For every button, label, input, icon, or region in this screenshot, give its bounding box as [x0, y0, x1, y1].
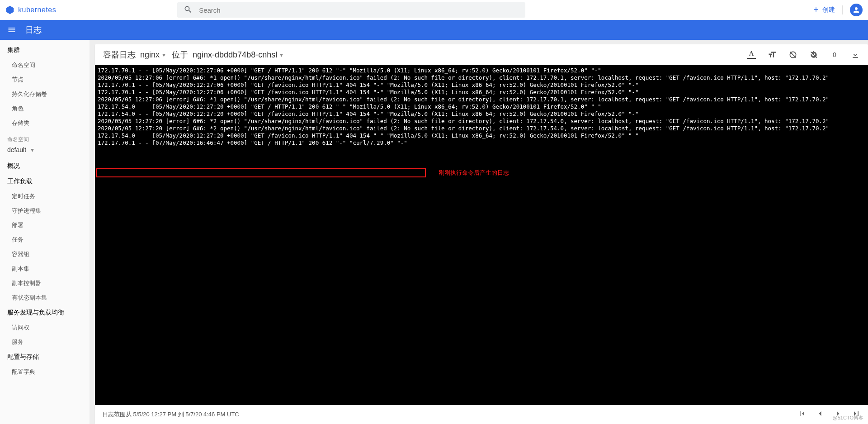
hamburger-menu-icon[interactable] — [7, 25, 16, 34]
log-line: 172.17.54.0 - - [05/May/2020:12:27:20 +0… — [98, 103, 865, 110]
log-line: 2020/05/05 12:27:06 [error] 6#6: *1 open… — [98, 96, 865, 103]
log-footer: 日志范围从 5/5/20 12:27 PM 到 5/7/20 4:46 PM U… — [95, 405, 868, 424]
user-avatar-icon[interactable] — [850, 4, 863, 16]
sidebar-item-ingresses[interactable]: 访问权 — [0, 320, 90, 335]
namespace-selector[interactable]: default ▾ — [0, 144, 41, 158]
log-range-text: 日志范围从 5/5/20 12:27 PM 到 5/7/20 4:46 PM U… — [102, 410, 239, 419]
sidebar: 集群 命名空间 节点 持久化存储卷 角色 存储类 命名空间 default ▾ … — [0, 40, 90, 424]
sidebar-item-namespaces[interactable]: 命名空间 — [0, 58, 90, 72]
log-line: 172.17.70.1 - - [05/May/2020:12:27:06 +0… — [98, 81, 865, 89]
plus-icon — [812, 6, 820, 14]
sidebar-section-cluster[interactable]: 集群 — [0, 43, 90, 58]
namespace-value: default — [7, 146, 26, 153]
search-icon — [184, 5, 193, 15]
sidebar-item-storageclass[interactable]: 存储类 — [0, 116, 90, 130]
container-name: nginx — [140, 50, 160, 60]
create-label: 创建 — [822, 6, 835, 14]
sidebar-section-config[interactable]: 配置与存储 — [0, 349, 90, 365]
kubernetes-logo-icon — [5, 5, 14, 14]
log-panel[interactable]: 172.17.70.1 - - [05/May/2020:12:27:06 +0… — [95, 65, 868, 405]
sidebar-item-pv[interactable]: 持久化存储卷 — [0, 87, 90, 101]
log-line: 172.17.54.0 - - [05/May/2020:12:27:20 +0… — [98, 110, 865, 118]
vertical-divider — [842, 5, 843, 14]
dropdown-arrow-icon: ▾ — [31, 146, 34, 153]
sidebar-item-services[interactable]: 服务 — [0, 335, 90, 349]
main-layout: 集群 命名空间 节点 持久化存储卷 角色 存储类 命名空间 default ▾ … — [0, 40, 868, 424]
log-line: 2020/05/05 12:27:20 [error] 6#6: *2 open… — [98, 125, 865, 132]
locate-label: 位于 — [172, 49, 188, 60]
pod-name: nginx-dbddb74b8-cnhsl — [193, 50, 277, 60]
main-content: 容器日志 nginx ▾ 位于 nginx-dbddb74b8-cnhsl ▾ … — [90, 40, 868, 424]
log-card-header: 容器日志 nginx ▾ 位于 nginx-dbddb74b8-cnhsl ▾ … — [95, 44, 868, 65]
log-line: 2020/05/05 12:27:06 [error] 6#6: *1 open… — [98, 74, 865, 81]
auto-refresh-toggle-icon[interactable] — [809, 50, 818, 59]
page-prev-icon[interactable] — [816, 409, 825, 420]
sidebar-item-nodes[interactable]: 节点 — [0, 72, 90, 87]
log-line: 172.17.70.1 - - [05/May/2020:12:27:06 +0… — [98, 67, 865, 74]
container-selector[interactable]: nginx ▾ — [140, 50, 165, 60]
text-color-toggle-icon[interactable]: A — [747, 50, 756, 59]
dropdown-arrow-icon: ▾ — [280, 51, 283, 58]
sidebar-item-daemonsets[interactable]: 守护进程集 — [0, 204, 90, 218]
sidebar-ns-label: 命名空间 — [0, 130, 90, 144]
timestamp-toggle-icon[interactable] — [788, 50, 797, 59]
log-line: 172.17.70.1 - - [07/May/2020:16:46:47 +0… — [98, 139, 865, 147]
sidebar-item-replicasets[interactable]: 副本集 — [0, 262, 90, 276]
log-line: 172.17.54.0 - - [05/May/2020:12:27:20 +0… — [98, 132, 865, 139]
sidebar-section-discovery[interactable]: 服务发现与负载均衡 — [0, 305, 90, 320]
highlight-box — [96, 168, 426, 177]
sidebar-item-replicacontrollers[interactable]: 副本控制器 — [0, 276, 90, 291]
log-line: 2020/05/05 12:27:20 [error] 6#6: *2 open… — [98, 118, 865, 125]
sidebar-item-jobs[interactable]: 任务 — [0, 233, 90, 247]
annotation-text: 刚刚执行命令后产生的日志 — [439, 169, 509, 176]
sidebar-item-statefulsets[interactable]: 有状态副本集 — [0, 291, 90, 305]
svg-marker-0 — [6, 6, 14, 14]
font-size-toggle-icon[interactable] — [768, 50, 777, 59]
dropdown-arrow-icon: ▾ — [162, 51, 165, 58]
sidebar-section-workloads[interactable]: 工作负载 — [0, 174, 90, 189]
sidebar-item-cronjobs[interactable]: 定时任务 — [0, 189, 90, 204]
download-icon[interactable] — [851, 50, 860, 59]
log-line: 172.17.70.1 - - [05/May/2020:12:27:06 +0… — [98, 89, 865, 96]
search-input[interactable] — [199, 6, 519, 14]
sidebar-section-overview[interactable]: 概况 — [0, 158, 90, 174]
app-bar: 日志 — [0, 20, 868, 40]
create-button[interactable]: 创建 — [812, 6, 835, 14]
watermark-text: @51CTO博客 — [833, 414, 863, 421]
top-header: kubernetes 创建 — [0, 0, 868, 20]
header-actions: 创建 — [812, 4, 863, 16]
card-title-prefix: 容器日志 — [103, 49, 136, 60]
page-title: 日志 — [25, 24, 42, 35]
previous-logs-count[interactable]: 0 — [830, 50, 839, 59]
sidebar-item-pods[interactable]: 容器组 — [0, 247, 90, 262]
brand-text: kubernetes — [18, 6, 56, 14]
search-box[interactable] — [177, 2, 525, 18]
log-toolbar: A 0 — [747, 50, 860, 59]
sidebar-item-deployments[interactable]: 部署 — [0, 218, 90, 233]
sidebar-item-roles[interactable]: 角色 — [0, 101, 90, 116]
pod-selector[interactable]: nginx-dbddb74b8-cnhsl ▾ — [193, 50, 283, 60]
sidebar-item-configmaps[interactable]: 配置字典 — [0, 365, 90, 379]
page-first-icon[interactable] — [797, 409, 807, 420]
